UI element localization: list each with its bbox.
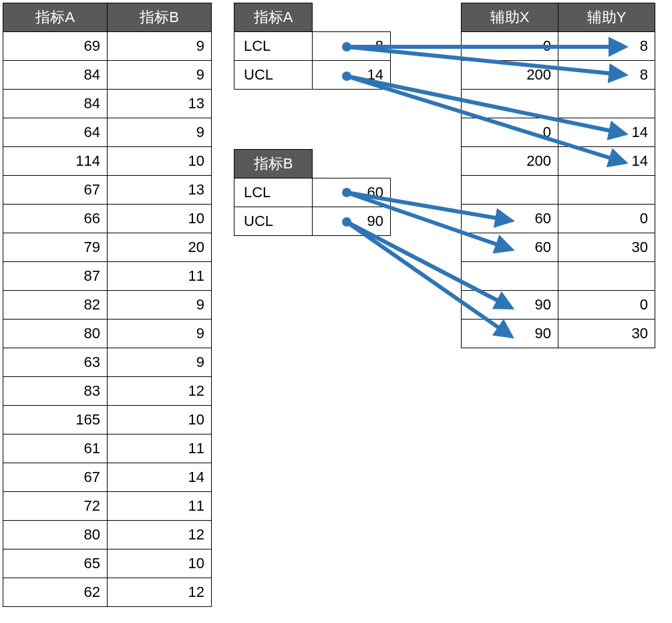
table-row: 014 <box>462 118 655 147</box>
table-cell: 11 <box>108 492 212 521</box>
table-cell: 65 <box>3 549 108 578</box>
table-row: 639 <box>3 348 212 377</box>
table-row: 809 <box>3 320 212 348</box>
table-cell: 83 <box>3 377 108 406</box>
table-row: 7211 <box>3 492 212 521</box>
aux-header-x: 辅助X <box>462 3 558 32</box>
table-row: 6111 <box>3 434 212 463</box>
aux-header-y: 辅助Y <box>558 3 655 32</box>
main-data-table: 指标A 指标B 69984984136491141067136610792087… <box>3 3 212 607</box>
table-row: 20014 <box>462 147 655 176</box>
table-cell-empty <box>462 90 558 118</box>
table-row: 08 <box>462 32 655 61</box>
table-cell: 69 <box>3 32 108 61</box>
table-cell: 62 <box>3 578 108 607</box>
table-cell: 80 <box>3 521 108 549</box>
table-cell: 64 <box>3 118 108 147</box>
indicator-b-table: 指标B LCL60UCL90 <box>234 149 391 236</box>
table-row: 6610 <box>3 205 212 233</box>
table-row: 6030 <box>462 233 655 262</box>
table-cell: 11 <box>108 262 212 291</box>
table-row: 649 <box>3 118 212 147</box>
table-cell: 87 <box>3 262 108 291</box>
aux-y-cell: 14 <box>558 147 655 176</box>
table-row: 849 <box>3 61 212 90</box>
table-cell: 84 <box>3 61 108 90</box>
table-cell-empty <box>558 176 655 205</box>
indicator-label: LCL <box>234 32 313 61</box>
table-cell: 12 <box>108 521 212 549</box>
table-cell: 63 <box>3 348 108 377</box>
aux-y-cell: 14 <box>558 118 655 147</box>
aux-y-cell: 8 <box>558 61 655 90</box>
table-cell: 10 <box>108 205 212 233</box>
table-row: 2008 <box>462 61 655 90</box>
aux-x-cell: 0 <box>462 118 558 147</box>
table-cell-empty <box>558 90 655 118</box>
table-cell: 10 <box>108 147 212 176</box>
table-cell: 114 <box>3 147 108 176</box>
table-cell: 9 <box>108 61 212 90</box>
table-cell: 67 <box>3 463 108 492</box>
indicator-a-table: 指标A LCL8UCL14 <box>234 3 391 90</box>
table-row <box>462 90 655 118</box>
table-row: 6714 <box>3 463 212 492</box>
table-row: 699 <box>3 32 212 61</box>
table-cell: 9 <box>108 118 212 147</box>
table-cell: 14 <box>108 463 212 492</box>
table-cell: 61 <box>3 434 108 463</box>
main-header-a: 指标A <box>3 3 108 32</box>
table-cell: 9 <box>108 291 212 320</box>
aux-table: 辅助X 辅助Y 082008 01420014 6006030 9009030 <box>461 3 655 348</box>
table-cell-empty <box>462 176 558 205</box>
table-row: 8711 <box>3 262 212 291</box>
table-cell: 80 <box>3 320 108 348</box>
indicator-value: 60 <box>313 178 391 207</box>
table-row: 11410 <box>3 147 212 176</box>
table-cell-empty <box>462 262 558 291</box>
aux-y-cell: 0 <box>558 291 655 320</box>
table-cell: 10 <box>108 549 212 578</box>
indicator-label: LCL <box>234 178 313 207</box>
aux-x-cell: 0 <box>462 32 558 61</box>
aux-x-cell: 90 <box>462 320 558 348</box>
table-row: 8312 <box>3 377 212 406</box>
aux-x-cell: 60 <box>462 205 558 233</box>
table-cell: 13 <box>108 176 212 205</box>
main-header-b: 指标B <box>108 3 212 32</box>
table-cell-empty <box>558 262 655 291</box>
table-cell: 10 <box>108 406 212 434</box>
table-row: 6510 <box>3 549 212 578</box>
table-cell: 66 <box>3 205 108 233</box>
table-row: UCL90 <box>234 207 391 236</box>
indicator-value: 90 <box>313 207 391 236</box>
table-cell: 11 <box>108 434 212 463</box>
table-row: 7920 <box>3 233 212 262</box>
table-cell: 72 <box>3 492 108 521</box>
indicator-b-header: 指标B <box>234 150 313 178</box>
aux-x-cell: 200 <box>462 147 558 176</box>
table-row: 6212 <box>3 578 212 607</box>
table-row: 600 <box>462 205 655 233</box>
table-row: 6713 <box>3 176 212 205</box>
table-cell: 9 <box>108 320 212 348</box>
aux-x-cell: 60 <box>462 233 558 262</box>
table-cell: 12 <box>108 377 212 406</box>
table-cell: 13 <box>108 90 212 118</box>
indicator-value: 8 <box>313 32 391 61</box>
aux-x-cell: 90 <box>462 291 558 320</box>
table-cell: 82 <box>3 291 108 320</box>
table-row: LCL8 <box>234 32 391 61</box>
indicator-label: UCL <box>234 61 313 90</box>
table-row: 900 <box>462 291 655 320</box>
aux-y-cell: 30 <box>558 320 655 348</box>
table-row <box>462 176 655 205</box>
table-cell: 165 <box>3 406 108 434</box>
aux-y-cell: 0 <box>558 205 655 233</box>
table-row: 829 <box>3 291 212 320</box>
table-row: 16510 <box>3 406 212 434</box>
table-row: 9030 <box>462 320 655 348</box>
indicator-label: UCL <box>234 207 313 236</box>
table-row: 8413 <box>3 90 212 118</box>
table-cell: 79 <box>3 233 108 262</box>
